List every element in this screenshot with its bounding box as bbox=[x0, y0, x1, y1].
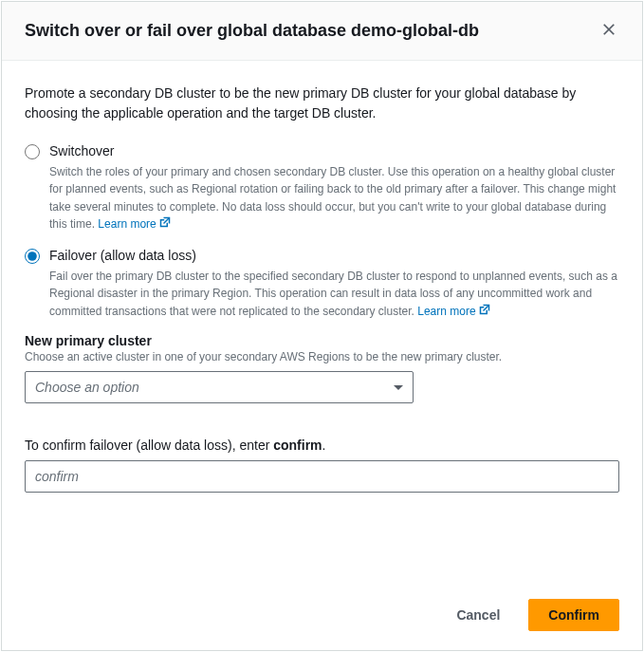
switchover-label: Switchover bbox=[49, 142, 619, 161]
confirm-suffix: . bbox=[322, 438, 326, 453]
failover-option[interactable]: Failover (allow data loss) Fail over the… bbox=[25, 247, 619, 320]
learn-more-text: Learn more bbox=[98, 215, 156, 233]
close-button[interactable] bbox=[598, 19, 619, 43]
failover-radio[interactable] bbox=[25, 249, 40, 264]
switchover-description: Switch the roles of your primary and cho… bbox=[49, 163, 619, 233]
modal-title: Switch over or fail over global database… bbox=[25, 21, 479, 41]
new-primary-desc: Choose an active cluster in one of your … bbox=[25, 350, 619, 363]
failover-learn-more-link[interactable]: Learn more bbox=[417, 303, 489, 321]
close-icon bbox=[602, 23, 616, 39]
failover-modal: Switch over or fail over global database… bbox=[1, 1, 643, 651]
modal-footer: Cancel Confirm bbox=[2, 580, 642, 650]
new-primary-select-wrap: Choose an option bbox=[25, 371, 414, 403]
external-link-icon bbox=[159, 215, 171, 233]
learn-more-text: Learn more bbox=[417, 303, 475, 321]
confirm-button[interactable]: Confirm bbox=[528, 599, 619, 631]
switchover-content: Switchover Switch the roles of your prim… bbox=[49, 142, 619, 233]
switchover-radio[interactable] bbox=[25, 144, 40, 159]
failover-desc-text: Fail over the primary DB cluster to the … bbox=[49, 270, 617, 318]
new-primary-select[interactable]: Choose an option bbox=[25, 371, 414, 403]
operation-radio-group: Switchover Switch the roles of your prim… bbox=[25, 142, 619, 320]
switchover-option[interactable]: Switchover Switch the roles of your prim… bbox=[25, 142, 619, 233]
new-primary-label: New primary cluster bbox=[25, 333, 619, 348]
failover-content: Failover (allow data loss) Fail over the… bbox=[49, 247, 619, 320]
cancel-button[interactable]: Cancel bbox=[437, 599, 519, 631]
confirm-instruction: To confirm failover (allow data loss), e… bbox=[25, 438, 619, 453]
external-link-icon bbox=[479, 303, 490, 321]
failover-description: Fail over the primary DB cluster to the … bbox=[49, 268, 619, 321]
failover-label: Failover (allow data loss) bbox=[49, 247, 619, 266]
switchover-learn-more-link[interactable]: Learn more bbox=[98, 215, 170, 233]
confirm-prefix: To confirm failover (allow data loss), e… bbox=[25, 438, 273, 453]
modal-body: Promote a secondary DB cluster to be the… bbox=[2, 61, 642, 580]
confirm-keyword: confirm bbox=[273, 438, 322, 453]
intro-text: Promote a secondary DB cluster to be the… bbox=[25, 84, 619, 123]
modal-header: Switch over or fail over global database… bbox=[2, 2, 642, 61]
confirm-input[interactable] bbox=[25, 460, 619, 493]
